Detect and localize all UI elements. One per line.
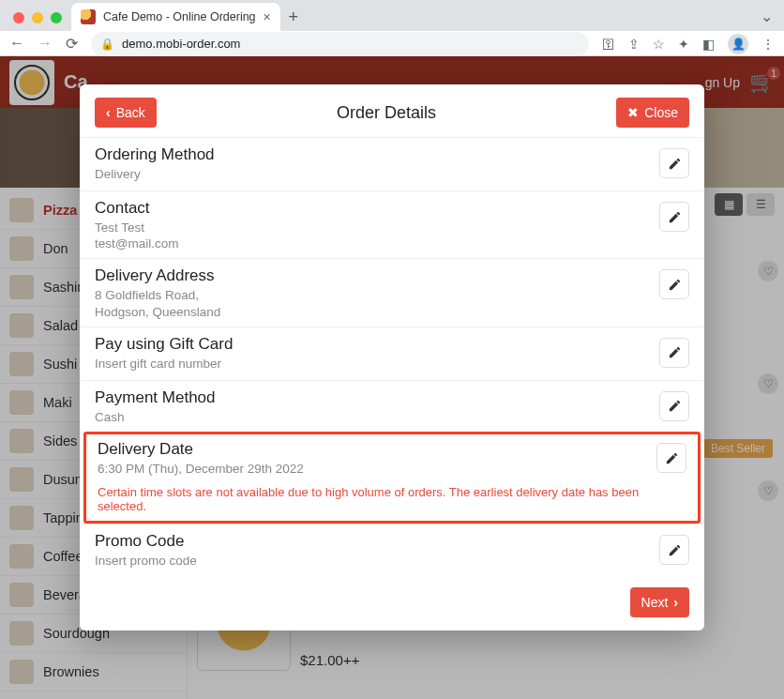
order-details-modal: ‹ Back Order Details ✖ Close Ordering Me… [80, 84, 704, 631]
delivery-date-warning: Certain time slots are not available due… [86, 485, 698, 521]
new-tab-button[interactable]: + [280, 8, 307, 31]
extensions-icon[interactable]: ✦ [678, 37, 689, 52]
panel-icon[interactable]: ◧ [702, 37, 715, 52]
edit-button[interactable] [659, 269, 689, 299]
nav-back-icon[interactable]: ← [9, 35, 24, 53]
share-icon[interactable]: ⇪ [628, 37, 640, 52]
section-gift-card: Pay using Gift Card Insert gift card num… [80, 327, 704, 380]
url-domain: demo.mobi-order.com [122, 37, 240, 51]
edit-button[interactable] [659, 391, 689, 421]
edit-button[interactable] [659, 202, 689, 232]
window-maximize-icon[interactable] [51, 12, 62, 23]
section-title: Pay using Gift Card [95, 335, 659, 354]
modal-overlay: ‹ Back Order Details ✖ Close Ordering Me… [0, 56, 784, 699]
chevron-left-icon: ‹ [106, 105, 111, 120]
pencil-icon [668, 210, 682, 224]
close-button-label: Close [644, 105, 678, 120]
url-input[interactable]: 🔒 demo.mobi-order.com [91, 32, 589, 56]
chevron-right-icon: › [673, 595, 678, 610]
section-title: Payment Method [95, 388, 659, 407]
section-value: Insert gift card number [95, 356, 659, 372]
edit-button[interactable] [656, 443, 686, 473]
nav-forward-icon: → [38, 35, 53, 53]
key-icon[interactable]: ⚿ [602, 37, 615, 52]
tab-bar: Cafe Demo - Online Ordering × + ⌄ [0, 0, 784, 31]
window-close-icon[interactable] [13, 12, 24, 23]
window-controls [8, 12, 71, 31]
address-line2: Hodgson, Queensland [95, 305, 659, 319]
section-value: Cash [95, 409, 659, 426]
browser-tab[interactable]: Cafe Demo - Online Ordering × [71, 3, 280, 31]
section-delivery-date: Delivery Date 6:30 PM (Thu), December 29… [86, 433, 698, 485]
app-root: Ca gn Up 🛒 1 Pizza Don Sashim Salad Sush… [0, 56, 784, 699]
address-line1: 8 Goldfields Road, [95, 287, 659, 304]
pencil-icon [668, 157, 682, 171]
section-contact: Contact Test Test test@mail.com [80, 190, 704, 258]
back-button[interactable]: ‹ Back [95, 98, 157, 128]
pencil-icon [668, 399, 682, 413]
bookmark-icon[interactable]: ☆ [653, 37, 665, 52]
section-title: Contact [95, 199, 659, 218]
close-button[interactable]: ✖ Close [616, 98, 689, 128]
back-button-label: Back [116, 105, 145, 120]
section-ordering-method: Ordering Method Delivery [80, 137, 704, 190]
kebab-menu-icon[interactable]: ⋮ [761, 37, 775, 52]
section-title: Delivery Date [98, 440, 656, 459]
nav-reload-icon[interactable]: ⟳ [66, 35, 78, 53]
section-promo-code: Promo Code Insert promo code [80, 524, 704, 577]
section-value: 6:30 PM (Thu), December 29th 2022 [98, 461, 656, 478]
section-title: Delivery Address [95, 266, 659, 285]
edit-button[interactable] [659, 148, 689, 178]
tab-close-icon[interactable]: × [264, 9, 271, 24]
contact-email: test@mail.com [95, 236, 659, 251]
section-title: Promo Code [95, 532, 659, 551]
modal-title: Order Details [157, 103, 616, 123]
next-button[interactable]: Next › [630, 587, 689, 617]
tab-overflow-icon[interactable]: ⌄ [761, 8, 784, 31]
pencil-icon [668, 278, 682, 292]
section-value: Insert promo code [95, 553, 659, 570]
profile-avatar-icon[interactable]: 👤 [728, 34, 748, 54]
window-minimize-icon[interactable] [32, 12, 43, 23]
section-delivery-address: Delivery Address 8 Goldfields Road, Hodg… [80, 258, 704, 326]
favicon-icon [81, 9, 96, 24]
section-title: Ordering Method [95, 145, 659, 164]
browser-chrome: Cafe Demo - Online Ordering × + ⌄ ← → ⟳ … [0, 0, 784, 56]
edit-button[interactable] [659, 338, 689, 368]
pencil-icon [665, 451, 679, 465]
edit-button[interactable] [659, 535, 689, 565]
pencil-icon [668, 345, 682, 359]
section-payment-method: Payment Method Cash [80, 380, 704, 433]
modal-footer: Next › [80, 578, 704, 617]
pencil-icon [668, 543, 682, 557]
next-button-label: Next [641, 595, 669, 610]
contact-name: Test Test [95, 220, 659, 236]
tab-title: Cafe Demo - Online Ordering [103, 10, 256, 23]
section-delivery-date-highlight: Delivery Date 6:30 PM (Thu), December 29… [83, 432, 701, 524]
lock-icon: 🔒 [100, 38, 114, 51]
section-value: Delivery [95, 166, 659, 183]
close-icon: ✖ [627, 105, 639, 120]
address-bar: ← → ⟳ 🔒 demo.mobi-order.com ⚿ ⇪ ☆ ✦ ◧ 👤 … [0, 31, 784, 56]
modal-header: ‹ Back Order Details ✖ Close [80, 84, 704, 137]
